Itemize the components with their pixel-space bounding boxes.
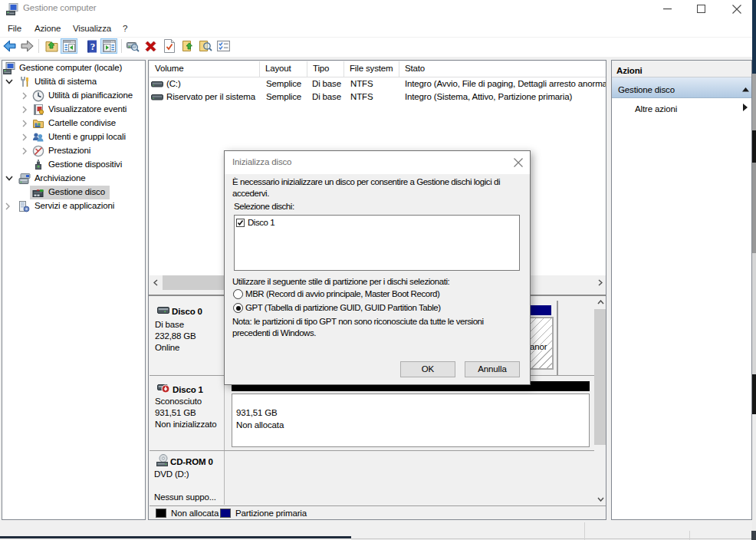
svg-text:?: ?	[90, 41, 95, 52]
